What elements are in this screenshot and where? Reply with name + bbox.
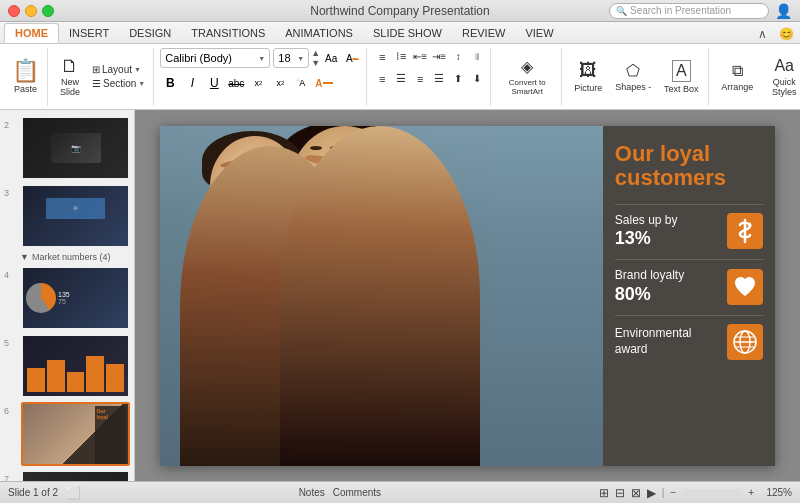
paste-button[interactable]: 📋 Paste (8, 51, 43, 103)
minimize-button[interactable] (25, 5, 37, 17)
status-right: ⊞ ⊟ ⊠ ▶ | − + 125% (599, 486, 792, 500)
help-button[interactable]: 😊 (773, 25, 800, 43)
tab-animations[interactable]: ANIMATIONS (275, 23, 363, 43)
layout-button[interactable]: ⊞ Layout ▼ (88, 63, 149, 76)
comments-button[interactable]: Comments (333, 487, 381, 498)
slide-panel[interactable]: 2 📷 3 (0, 110, 135, 481)
view-slide-sorter-button[interactable]: ⊟ (615, 486, 625, 500)
slide-item-7[interactable]: 7 👥 (0, 468, 134, 481)
font-size-decrease[interactable]: ▼ (311, 58, 320, 69)
indent-more-button[interactable]: ⇥≡ (430, 48, 448, 66)
italic-button[interactable]: I (182, 73, 202, 93)
slide-item-2[interactable]: 2 📷 (0, 114, 134, 182)
convert-smartart-button[interactable]: ◈ Convert toSmartArt (497, 51, 557, 103)
tab-home[interactable]: HOME (4, 23, 59, 43)
font-color-button[interactable]: A▬ (342, 48, 362, 68)
slide-thumb-2: 📷 (23, 118, 128, 178)
ribbon-tabs: HOME INSERT DESIGN TRANSITIONS ANIMATION… (0, 22, 800, 44)
tab-review[interactable]: REVIEW (452, 23, 515, 43)
indent-less-button[interactable]: ⇤≡ (411, 48, 429, 66)
picture-button[interactable]: 🖼 Picture (568, 51, 608, 103)
shapes-button[interactable]: ⬠ Shapes - (610, 51, 656, 103)
slide-thumb-6: Ourloyal (23, 404, 128, 464)
stat1-text: Sales up by 13% (615, 213, 678, 250)
bullets-button[interactable]: ≡ (373, 48, 391, 66)
font-size-arrow: ▼ (297, 55, 304, 62)
font-color2-button[interactable]: A (314, 73, 334, 93)
strikethrough-button[interactable]: abc (226, 73, 246, 93)
section-label: ▼ Market numbers (4) (0, 250, 134, 264)
view-reading-button[interactable]: ⊠ (631, 486, 641, 500)
align-center-button[interactable]: ☰ (392, 70, 410, 88)
search-input[interactable]: 🔍 Search in Presentation (609, 3, 769, 19)
view-normal-button[interactable]: ⊞ (599, 486, 609, 500)
globe-icon (732, 329, 758, 355)
subscript-button[interactable]: x2 (270, 73, 290, 93)
valign-top-button[interactable]: ⬆ (449, 70, 467, 88)
font-group: Calibri (Body) ▼ 18 ▼ ▲ ▼ Aa A▬ B I U ab… (156, 48, 367, 106)
valign-mid-button[interactable]: ⬇ (468, 70, 486, 88)
notes-button[interactable]: Notes (299, 487, 325, 498)
slide-item-3[interactable]: 3 ☀ (0, 182, 134, 250)
tab-transitions[interactable]: TRANSITIONS (181, 23, 275, 43)
zoom-in-button[interactable]: + (748, 487, 754, 498)
toolbar: 📋 Paste 🗋 NewSlide ⊞ Layout ▼ ☰ Section … (0, 44, 800, 110)
stat3-icon (727, 324, 763, 360)
tab-insert[interactable]: INSERT (59, 23, 119, 43)
font-size-increase[interactable]: ▲ (311, 48, 320, 59)
quick-styles-icon: Aa (774, 57, 794, 75)
slide-item-4[interactable]: 4 135 75 (0, 264, 134, 332)
textbox-button[interactable]: A Text Box (658, 51, 704, 103)
zoom-out-button[interactable]: − (670, 487, 676, 498)
close-button[interactable] (8, 5, 20, 17)
status-bar: Slide 1 of 2 ⬜ Notes Comments ⊞ ⊟ ⊠ ▶ | … (0, 481, 800, 503)
slide-headline: Our loyal customers (615, 142, 763, 190)
status-left: Slide 1 of 2 ⬜ (8, 486, 81, 500)
slide-item-6[interactable]: 6 Ourloyal (0, 400, 134, 468)
slide-thumb-5 (23, 336, 128, 396)
font-size-input[interactable]: 18 ▼ (273, 48, 309, 68)
slide-thumb-3: ☀ (23, 186, 128, 246)
section-button[interactable]: ☰ Section ▼ (88, 77, 149, 90)
heart-icon (733, 276, 757, 298)
superscript-button[interactable]: x2 (248, 73, 268, 93)
tab-slideshow[interactable]: SLIDE SHOW (363, 23, 452, 43)
window-title: Northwind Company Presentation (310, 4, 489, 18)
section-dropdown-arrow: ▼ (138, 80, 145, 87)
user-icon[interactable]: 👤 (775, 3, 792, 19)
layout-icon: ⊞ (92, 64, 100, 75)
layout-dropdown-arrow: ▼ (134, 66, 141, 73)
align-right-button[interactable]: ≡ (411, 70, 429, 88)
collapse-ribbon-button[interactable]: ∧ (752, 25, 773, 43)
text-shadow-button[interactable]: AA (292, 73, 312, 93)
shapes-icon: ⬠ (626, 61, 640, 80)
underline-button[interactable]: U (204, 73, 224, 93)
paste-icon: 📋 (12, 60, 39, 82)
smartart-icon: ◈ (521, 57, 533, 76)
zoom-level[interactable]: 125% (760, 487, 792, 498)
bold-button[interactable]: B (160, 73, 180, 93)
tab-design[interactable]: DESIGN (119, 23, 181, 43)
content-area: 2 📷 3 (0, 110, 800, 481)
justify-button[interactable]: ☰ (430, 70, 448, 88)
zoom-slider[interactable] (682, 489, 742, 497)
maximize-button[interactable] (42, 5, 54, 17)
clear-format-button[interactable]: Aa (321, 48, 341, 68)
main-canvas[interactable]: Our loyal customers Sales up by 13% (135, 110, 800, 481)
columns-button[interactable]: ⫴ (468, 48, 486, 66)
paragraph-group: ≡ ⁞≡ ⇤≡ ⇥≡ ↕ ⫴ ≡ ☰ ≡ ☰ ⬆ ⬇ (369, 48, 491, 106)
stat1-icon (727, 213, 763, 249)
section-collapse-icon[interactable]: ▼ (20, 252, 29, 262)
line-spacing-button[interactable]: ↕ (449, 48, 467, 66)
slide-item-5[interactable]: 5 (0, 332, 134, 400)
arrange-button[interactable]: ⧉ Arrange (715, 51, 759, 103)
tab-view[interactable]: VIEW (515, 23, 563, 43)
numbering-button[interactable]: ⁞≡ (392, 48, 410, 66)
title-bar: Northwind Company Presentation 🔍 Search … (0, 0, 800, 22)
align-left-button[interactable]: ≡ (373, 70, 391, 88)
new-slide-button[interactable]: 🗋 NewSlide (54, 51, 86, 103)
view-slideshow-button[interactable]: ▶ (647, 486, 656, 500)
slide-photo (160, 126, 603, 466)
font-name-dropdown[interactable]: Calibri (Body) ▼ (160, 48, 270, 68)
quick-styles-button[interactable]: Aa QuickStyles (761, 51, 800, 103)
